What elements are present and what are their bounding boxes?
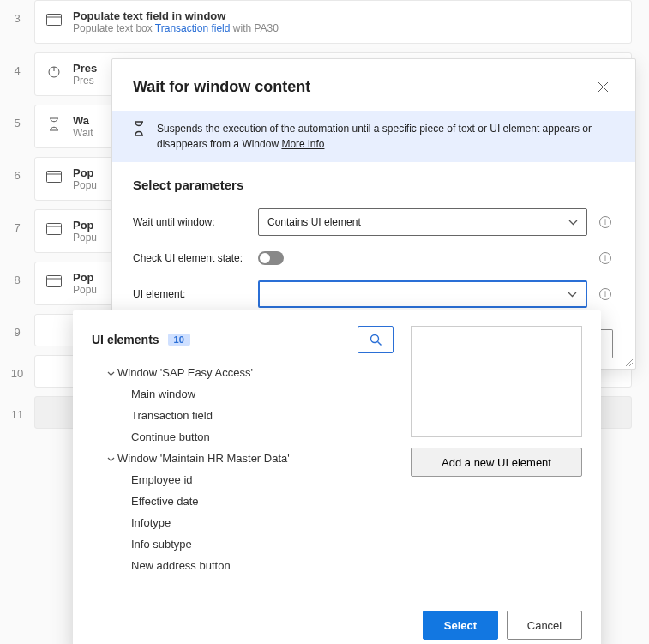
info-icon[interactable]: i xyxy=(599,252,611,264)
select-button[interactable]: Select xyxy=(423,611,498,640)
chevron-down-icon xyxy=(104,366,117,379)
wait-until-select[interactable]: Contains UI element xyxy=(258,208,587,236)
ui-element-select[interactable] xyxy=(258,280,587,308)
ui-element-label: UI element: xyxy=(133,288,249,300)
more-info-link[interactable]: More info xyxy=(281,138,324,150)
step-number: 8 xyxy=(0,262,34,286)
step-number: 11 xyxy=(0,396,34,421)
tree-item[interactable]: Main window xyxy=(92,383,394,405)
tree-item[interactable]: Infotype xyxy=(92,512,394,533)
tree-label: Window 'SAP Easy Access' xyxy=(117,366,253,379)
tree-item[interactable]: Transaction field xyxy=(92,405,394,426)
svg-line-11 xyxy=(377,341,381,345)
svg-rect-4 xyxy=(47,172,62,183)
step-title: Populate text field in window xyxy=(73,9,621,22)
tree-item[interactable]: Continue button xyxy=(92,426,394,448)
cancel-button[interactable]: Cancel xyxy=(507,611,582,640)
add-ui-element-button[interactable]: Add a new UI element xyxy=(411,448,582,477)
step-number: 6 xyxy=(0,157,34,182)
ui-elements-popup: UI elements 10 Window 'SAP Easy Access'M… xyxy=(73,310,601,644)
svg-point-10 xyxy=(370,334,378,342)
chevron-down-icon xyxy=(568,216,578,228)
step-number: 5 xyxy=(0,105,34,129)
svg-rect-0 xyxy=(47,15,62,26)
tree-label: Info subtype xyxy=(131,538,192,551)
window-icon xyxy=(45,273,63,290)
tree-item[interactable]: New address button xyxy=(92,555,394,576)
tree-label: Window 'Maintain HR Master Data' xyxy=(117,452,290,465)
step-number: 4 xyxy=(0,52,34,77)
tree-label: Effective date xyxy=(131,495,199,508)
step-number: 7 xyxy=(0,209,34,234)
preview-pane xyxy=(411,326,582,437)
step-number: 9 xyxy=(0,314,34,339)
wait-until-value: Contains UI element xyxy=(267,216,361,228)
tree-group[interactable]: Window 'SAP Easy Access' xyxy=(92,362,394,383)
close-button[interactable] xyxy=(591,75,615,99)
tree-item[interactable]: Info subtype xyxy=(92,533,394,555)
info-icon[interactable]: i xyxy=(599,288,611,300)
ui-elements-tree: Window 'SAP Easy Access'Main windowTrans… xyxy=(92,362,394,576)
window-icon xyxy=(45,220,63,238)
tree-label: Continue button xyxy=(131,430,210,443)
chevron-down-icon xyxy=(568,288,577,300)
window-icon xyxy=(45,168,63,185)
step-row[interactable]: 3 Populate text field in window Populate… xyxy=(0,0,649,44)
tree-item[interactable]: Employee id xyxy=(92,469,394,491)
count-badge: 10 xyxy=(168,334,190,346)
step-number: 3 xyxy=(0,0,34,25)
section-heading: Select parameters xyxy=(112,162,635,199)
window-icon xyxy=(45,11,63,28)
wait-until-label: Wait until window: xyxy=(133,216,249,228)
tree-label: Infotype xyxy=(131,516,171,529)
check-state-label: Check UI element state: xyxy=(133,252,249,264)
popup-title: UI elements xyxy=(92,333,159,346)
mouse-icon xyxy=(45,63,63,81)
info-icon[interactable]: i xyxy=(599,216,611,228)
tree-group[interactable]: Window 'Maintain HR Master Data' xyxy=(92,448,394,469)
tree-label: Transaction field xyxy=(131,409,213,422)
chevron-down-icon xyxy=(104,452,117,465)
hourglass-icon xyxy=(133,121,145,152)
info-text: Suspends the execution of the automation… xyxy=(157,123,592,150)
step-number: 10 xyxy=(0,355,34,380)
check-state-toggle[interactable] xyxy=(258,251,284,265)
svg-rect-8 xyxy=(47,276,62,287)
tree-label: Main window xyxy=(131,388,195,400)
search-icon xyxy=(370,334,382,346)
tree-label: New address button xyxy=(131,559,231,572)
hourglass-icon xyxy=(45,116,63,133)
tree-item[interactable]: Effective date xyxy=(92,491,394,512)
tree-label: Employee id xyxy=(131,473,193,486)
step-subtitle: Populate text box Transaction field with… xyxy=(73,22,621,34)
search-button[interactable] xyxy=(358,326,394,353)
info-banner: Suspends the execution of the automation… xyxy=(112,111,635,162)
svg-rect-6 xyxy=(47,224,62,235)
dialog-title: Wait for window content xyxy=(133,78,310,96)
resize-handle-icon[interactable] xyxy=(623,357,634,367)
